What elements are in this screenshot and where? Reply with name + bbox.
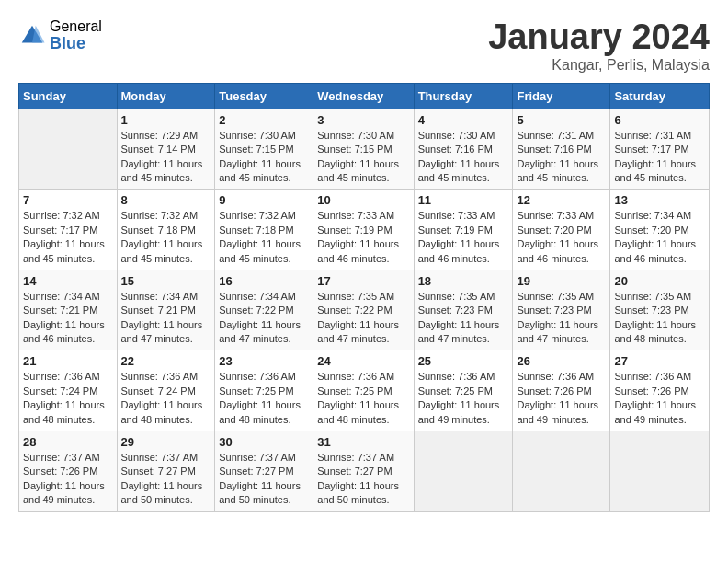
day-info: Sunrise: 7:34 AM Sunset: 7:21 PM Dayligh… [23,290,113,347]
day-number: 5 [517,113,606,127]
col-header-thursday: Thursday [414,83,513,109]
day-cell: 29Sunrise: 7:37 AM Sunset: 7:27 PM Dayli… [117,431,215,512]
day-info: Sunrise: 7:33 AM Sunset: 7:19 PM Dayligh… [317,209,409,266]
day-info: Sunrise: 7:34 AM Sunset: 7:20 PM Dayligh… [614,209,705,266]
calendar-subtitle: Kangar, Perlis, Malaysia [488,57,710,74]
day-info: Sunrise: 7:36 AM Sunset: 7:25 PM Dayligh… [219,370,309,427]
logo-general: General [50,18,102,35]
logo-text: General Blue [50,18,102,52]
day-cell: 10Sunrise: 7:33 AM Sunset: 7:19 PM Dayli… [313,190,414,270]
day-number: 17 [317,274,409,288]
day-info: Sunrise: 7:35 AM Sunset: 7:23 PM Dayligh… [418,290,509,347]
day-cell: 26Sunrise: 7:36 AM Sunset: 7:26 PM Dayli… [513,350,610,431]
day-number: 8 [121,193,211,207]
day-info: Sunrise: 7:37 AM Sunset: 7:26 PM Dayligh… [23,451,113,508]
day-cell: 5Sunrise: 7:31 AM Sunset: 7:16 PM Daylig… [513,109,610,190]
day-number: 22 [121,354,211,368]
day-cell: 1Sunrise: 7:29 AM Sunset: 7:14 PM Daylig… [117,109,215,190]
day-info: Sunrise: 7:35 AM Sunset: 7:23 PM Dayligh… [614,290,705,347]
day-cell: 11Sunrise: 7:33 AM Sunset: 7:19 PM Dayli… [414,190,513,270]
day-cell: 30Sunrise: 7:37 AM Sunset: 7:27 PM Dayli… [215,431,313,512]
day-cell: 23Sunrise: 7:36 AM Sunset: 7:25 PM Dayli… [215,350,313,431]
day-cell: 6Sunrise: 7:31 AM Sunset: 7:17 PM Daylig… [610,109,710,190]
day-cell: 2Sunrise: 7:30 AM Sunset: 7:15 PM Daylig… [215,109,313,190]
day-info: Sunrise: 7:37 AM Sunset: 7:27 PM Dayligh… [219,451,309,508]
day-info: Sunrise: 7:34 AM Sunset: 7:22 PM Dayligh… [219,290,309,347]
day-info: Sunrise: 7:31 AM Sunset: 7:16 PM Dayligh… [517,129,606,186]
day-cell: 7Sunrise: 7:32 AM Sunset: 7:17 PM Daylig… [19,190,118,270]
day-cell: 15Sunrise: 7:34 AM Sunset: 7:21 PM Dayli… [117,270,215,350]
col-header-sunday: Sunday [19,83,118,109]
day-cell: 3Sunrise: 7:30 AM Sunset: 7:15 PM Daylig… [313,109,414,190]
day-info: Sunrise: 7:31 AM Sunset: 7:17 PM Dayligh… [614,129,705,186]
day-cell: 13Sunrise: 7:34 AM Sunset: 7:20 PM Dayli… [610,190,710,270]
day-info: Sunrise: 7:36 AM Sunset: 7:26 PM Dayligh… [517,370,606,427]
logo: General Blue [18,18,102,52]
day-cell: 21Sunrise: 7:36 AM Sunset: 7:24 PM Dayli… [19,350,118,431]
col-header-saturday: Saturday [610,83,710,109]
day-cell: 28Sunrise: 7:37 AM Sunset: 7:26 PM Dayli… [19,431,118,512]
day-number: 6 [614,113,705,127]
title-block: January 2024 Kangar, Perlis, Malaysia [488,18,710,74]
day-number: 9 [219,193,309,207]
calendar-title: January 2024 [488,18,710,57]
day-number: 30 [219,435,309,449]
day-info: Sunrise: 7:30 AM Sunset: 7:15 PM Dayligh… [219,129,309,186]
day-cell: 20Sunrise: 7:35 AM Sunset: 7:23 PM Dayli… [610,270,710,350]
week-row-1: 1Sunrise: 7:29 AM Sunset: 7:14 PM Daylig… [19,109,710,190]
day-cell: 25Sunrise: 7:36 AM Sunset: 7:25 PM Dayli… [414,350,513,431]
day-info: Sunrise: 7:32 AM Sunset: 7:18 PM Dayligh… [219,209,309,266]
day-cell [414,431,513,512]
day-info: Sunrise: 7:35 AM Sunset: 7:22 PM Dayligh… [317,290,409,347]
day-number: 25 [418,354,509,368]
day-info: Sunrise: 7:32 AM Sunset: 7:17 PM Dayligh… [23,209,113,266]
day-number: 12 [517,193,606,207]
col-header-tuesday: Tuesday [215,83,313,109]
day-number: 29 [121,435,211,449]
day-cell: 8Sunrise: 7:32 AM Sunset: 7:18 PM Daylig… [117,190,215,270]
day-info: Sunrise: 7:30 AM Sunset: 7:15 PM Dayligh… [317,129,409,186]
day-cell: 31Sunrise: 7:37 AM Sunset: 7:27 PM Dayli… [313,431,414,512]
day-info: Sunrise: 7:29 AM Sunset: 7:14 PM Dayligh… [121,129,211,186]
day-cell [19,109,118,190]
col-header-monday: Monday [117,83,215,109]
day-number: 31 [317,435,409,449]
day-number: 2 [219,113,309,127]
page-header: General Blue January 2024 Kangar, Perlis… [18,18,710,74]
day-number: 19 [517,274,606,288]
day-number: 16 [219,274,309,288]
day-info: Sunrise: 7:32 AM Sunset: 7:18 PM Dayligh… [121,209,211,266]
day-number: 11 [418,193,509,207]
calendar-table: SundayMondayTuesdayWednesdayThursdayFrid… [18,83,710,512]
day-info: Sunrise: 7:33 AM Sunset: 7:20 PM Dayligh… [517,209,606,266]
col-header-wednesday: Wednesday [313,83,414,109]
day-cell: 27Sunrise: 7:36 AM Sunset: 7:26 PM Dayli… [610,350,710,431]
col-header-friday: Friday [513,83,610,109]
day-info: Sunrise: 7:36 AM Sunset: 7:25 PM Dayligh… [418,370,509,427]
day-info: Sunrise: 7:33 AM Sunset: 7:19 PM Dayligh… [418,209,509,266]
day-info: Sunrise: 7:36 AM Sunset: 7:24 PM Dayligh… [121,370,211,427]
day-number: 3 [317,113,409,127]
day-info: Sunrise: 7:34 AM Sunset: 7:21 PM Dayligh… [121,290,211,347]
day-number: 10 [317,193,409,207]
day-cell [513,431,610,512]
day-number: 7 [23,193,113,207]
day-info: Sunrise: 7:37 AM Sunset: 7:27 PM Dayligh… [317,451,409,508]
week-row-2: 7Sunrise: 7:32 AM Sunset: 7:17 PM Daylig… [19,190,710,270]
day-number: 28 [23,435,113,449]
day-number: 26 [517,354,606,368]
day-number: 15 [121,274,211,288]
day-number: 23 [219,354,309,368]
svg-marker-1 [32,25,45,42]
day-number: 13 [614,193,705,207]
day-number: 27 [614,354,705,368]
day-info: Sunrise: 7:35 AM Sunset: 7:23 PM Dayligh… [517,290,606,347]
day-cell: 9Sunrise: 7:32 AM Sunset: 7:18 PM Daylig… [215,190,313,270]
day-info: Sunrise: 7:36 AM Sunset: 7:24 PM Dayligh… [23,370,113,427]
day-cell: 24Sunrise: 7:36 AM Sunset: 7:25 PM Dayli… [313,350,414,431]
logo-blue-text: Blue [50,35,102,53]
day-number: 1 [121,113,211,127]
day-cell: 19Sunrise: 7:35 AM Sunset: 7:23 PM Dayli… [513,270,610,350]
day-info: Sunrise: 7:36 AM Sunset: 7:26 PM Dayligh… [614,370,705,427]
day-number: 20 [614,274,705,288]
